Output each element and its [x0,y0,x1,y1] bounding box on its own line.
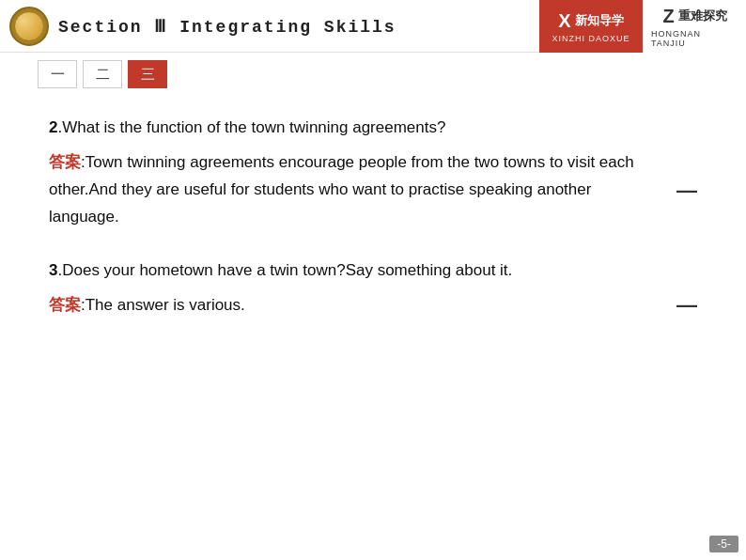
question-2-answer-text: 答案:Town twinning agreements encourage pe… [49,149,660,231]
question-2-body: .What is the function of the town twinni… [57,118,445,136]
nav-x-pinyin: XINZHI DAOXUE [552,34,629,43]
question-3-text: 3.Does your hometown have a twin town?Sa… [49,257,697,283]
logo [9,7,49,46]
question-3-body: .Does your hometown have a twin town?Say… [57,261,512,279]
toolbar-btn-2[interactable]: 二 [83,60,122,88]
question-2-dash: — [676,180,697,201]
question-2-block: 2.What is the function of the town twinn… [49,115,697,231]
question-3-answer-label: 答案 [49,296,81,314]
question-2-answer-body: :Town twinning agreements encourage peop… [49,153,634,226]
question-3-block: 3.Does your hometown have a twin town?Sa… [49,257,697,319]
header-nav: X 新知导学 XINZHI DAOXUE Z 重难探究 HONGNAN TANJ… [539,0,746,53]
question-2-text: 2.What is the function of the town twinn… [49,115,697,140]
nav-x-letter: X [558,10,570,32]
nav-x-top: X 新知导学 [558,10,623,32]
question-3-dash: — [676,295,697,316]
question-3-answer-body: :The answer is various. [81,296,245,314]
nav-z-button[interactable]: Z 重难探究 HONGNAN TANJIU [643,0,746,53]
toolbar: 一 二 三 [0,53,746,96]
header-title: Section Ⅲ Integrating Skills [58,16,396,37]
header: Section Ⅲ Integrating Skills X 新知导学 XINZ… [0,0,746,53]
question-3-answer-text: 答案:The answer is various. [49,292,660,319]
nav-z-letter: Z [662,6,674,27]
nav-z-chinese: 重难探究 [678,8,727,24]
main-content: 2.What is the function of the town twinn… [0,96,746,365]
nav-z-top: Z 重难探究 [662,6,726,27]
logo-inner [14,11,44,41]
toolbar-btn-3[interactable]: 三 [128,60,167,88]
question-2-answer-block: 答案:Town twinning agreements encourage pe… [49,149,697,231]
nav-z-pinyin: HONGNAN TANJIU [651,29,738,48]
question-3-answer-block: 答案:The answer is various. — [49,292,697,319]
nav-x-chinese: 新知导学 [575,12,624,29]
nav-x-button[interactable]: X 新知导学 XINZHI DAOXUE [539,0,643,53]
toolbar-btn-1[interactable]: 一 [38,60,77,88]
question-2-answer-label: 答案 [49,153,81,171]
page-number: -5- [709,536,738,552]
